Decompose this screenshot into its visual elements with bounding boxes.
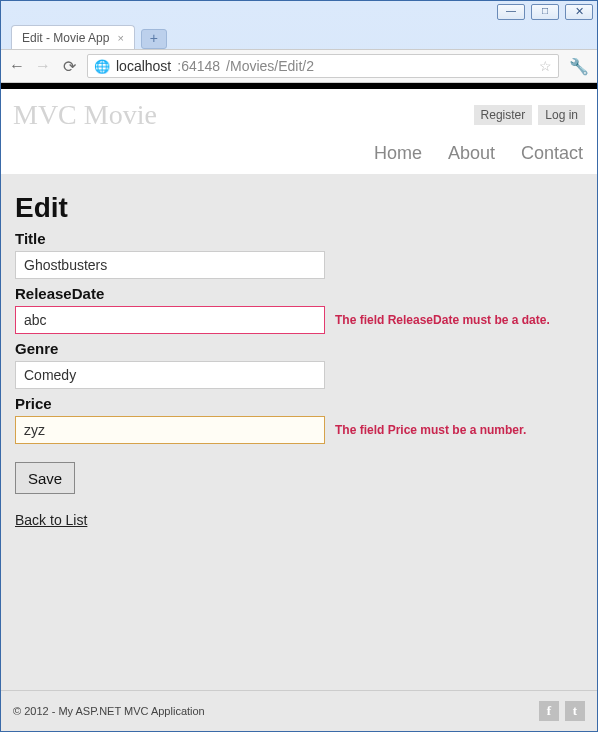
- close-button[interactable]: ✕: [565, 4, 593, 20]
- forward-icon: →: [35, 57, 51, 75]
- price-error: The field Price must be a number.: [335, 423, 526, 437]
- globe-icon: 🌐: [94, 59, 110, 74]
- new-tab-button[interactable]: +: [141, 29, 167, 49]
- price-label: Price: [15, 395, 583, 412]
- nav-contact[interactable]: Contact: [521, 143, 583, 164]
- maximize-button[interactable]: □: [531, 4, 559, 20]
- bookmark-icon[interactable]: ☆: [539, 58, 552, 74]
- register-link[interactable]: Register: [474, 105, 533, 125]
- price-input[interactable]: [15, 416, 325, 444]
- settings-icon[interactable]: 🔧: [569, 57, 589, 76]
- releasedate-label: ReleaseDate: [15, 285, 583, 302]
- minimize-button[interactable]: —: [497, 4, 525, 20]
- browser-tab[interactable]: Edit - Movie App ×: [11, 25, 135, 49]
- genre-label: Genre: [15, 340, 583, 357]
- address-path: /Movies/Edit/2: [226, 58, 314, 74]
- reload-icon[interactable]: ⟳: [61, 57, 77, 76]
- back-icon[interactable]: ←: [9, 57, 25, 75]
- twitter-icon[interactable]: t: [565, 701, 585, 721]
- brand-logo[interactable]: MVC Movie: [13, 99, 157, 131]
- tab-title: Edit - Movie App: [22, 31, 109, 45]
- facebook-icon[interactable]: f: [539, 701, 559, 721]
- tab-close-icon[interactable]: ×: [117, 32, 123, 44]
- nav-home[interactable]: Home: [374, 143, 422, 164]
- releasedate-error: The field ReleaseDate must be a date.: [335, 313, 550, 327]
- address-bar[interactable]: 🌐 localhost:64148/Movies/Edit/2 ☆: [87, 54, 559, 78]
- back-to-list-link[interactable]: Back to List: [15, 512, 87, 528]
- address-host: localhost: [116, 58, 171, 74]
- footer-copyright: © 2012 - My ASP.NET MVC Application: [13, 705, 205, 717]
- nav-about[interactable]: About: [448, 143, 495, 164]
- login-link[interactable]: Log in: [538, 105, 585, 125]
- title-input[interactable]: [15, 251, 325, 279]
- save-button[interactable]: Save: [15, 462, 75, 494]
- address-port: :64148: [177, 58, 220, 74]
- title-label: Title: [15, 230, 583, 247]
- genre-input[interactable]: [15, 361, 325, 389]
- releasedate-input[interactable]: [15, 306, 325, 334]
- page-heading: Edit: [15, 192, 583, 224]
